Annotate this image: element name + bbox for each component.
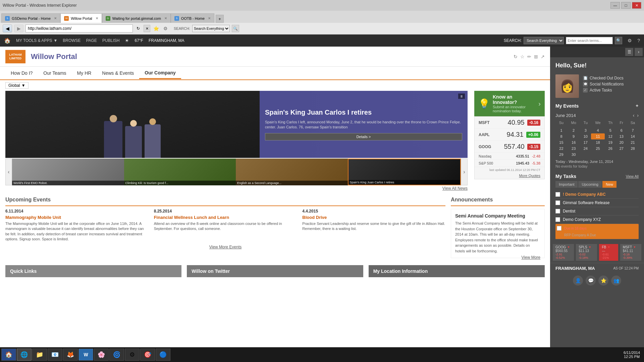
cal-cell[interactable]: 13 — [616, 133, 627, 139]
cal-cell[interactable]: 5 — [605, 127, 616, 133]
cal-cell[interactable]: 12 — [605, 133, 616, 139]
cal-today-cell[interactable]: 11 — [591, 133, 605, 139]
home-icon[interactable]: 🏠 — [4, 38, 11, 44]
sp-gear-icon[interactable]: ⚙ — [628, 38, 632, 43]
cal-cell[interactable]: 3 — [580, 127, 591, 133]
tab-close-gimmal[interactable]: ✕ — [164, 16, 167, 20]
browse-btn[interactable]: BROWSE — [63, 38, 80, 43]
tab-close-ootb[interactable]: ✕ — [208, 16, 211, 20]
quick-links-box[interactable]: Quick Links — [5, 265, 181, 277]
twitter-box[interactable]: Willow on Twitter — [187, 265, 363, 277]
edit-icon[interactable]: ✏ — [527, 54, 531, 59]
taskbar-app3-button[interactable]: ⚙ — [125, 349, 140, 361]
nav-our-teams[interactable]: Our Teams — [38, 68, 71, 78]
task-checkbox-4[interactable] — [557, 226, 561, 231]
task-checkbox-3[interactable] — [555, 217, 560, 222]
sp-help-button[interactable]: ? — [637, 38, 640, 43]
cal-cell[interactable] — [627, 152, 639, 158]
cal-cell[interactable]: 19 — [605, 139, 616, 145]
thumb-4[interactable]: Spain's King Juan Carlos I retires — [348, 159, 461, 185]
thumb-2[interactable]: Climbing Kili: Is tourism good f... — [124, 159, 236, 185]
search-go-button[interactable]: 🔍 — [232, 25, 239, 32]
social-icon-4[interactable]: 👥 — [611, 276, 621, 286]
taskbar-app5-button[interactable]: 🔵 — [156, 349, 170, 361]
task-checkbox-0[interactable] — [555, 192, 560, 197]
tasks-tab-upcoming[interactable]: Upcoming — [578, 181, 602, 188]
taskbar-word-button[interactable]: W — [78, 349, 93, 361]
active-tasks-link[interactable]: ✓ Active Tasks — [583, 88, 624, 93]
cal-cell[interactable]: 14 — [627, 133, 639, 139]
cal-cell[interactable]: 6 — [616, 127, 627, 133]
task-checkbox-1[interactable] — [555, 200, 560, 205]
tab-ootb[interactable]: S OOTB - Home ✕ — [171, 13, 214, 23]
thumb-3[interactable]: English as a Second Language... — [236, 159, 348, 185]
address-bar[interactable]: http://willow.latham.com/ — [25, 24, 133, 33]
ticker-item-spls[interactable]: SPLS ▼ $11.13 -0.02 -0.18% — [576, 244, 597, 261]
sp-search-input[interactable] — [566, 37, 613, 44]
cal-cell[interactable]: 25 — [591, 145, 605, 152]
task-checkbox-2[interactable] — [555, 209, 560, 214]
sp-search-select[interactable]: Search Everything — [524, 37, 564, 44]
expand-icon[interactable]: ↗ — [541, 54, 545, 59]
cal-cell[interactable]: 30 — [567, 152, 580, 158]
cal-cell[interactable] — [580, 152, 591, 158]
global-filter-button[interactable]: Global ▼ — [5, 82, 29, 89]
taskbar-outlook-button[interactable]: 📧 — [48, 349, 62, 361]
cal-cell[interactable]: 4 — [591, 127, 605, 133]
nav-news-events[interactable]: News & Events — [97, 68, 139, 78]
thumb-next-button[interactable]: › — [461, 159, 468, 185]
taskbar-app2-button[interactable]: 🌀 — [109, 349, 124, 361]
cal-cell[interactable]: 10 — [580, 133, 591, 139]
tasks-view-all-link[interactable]: View All — [626, 174, 639, 178]
ticker-item-fb[interactable]: FB ▼ --- -0.61 -21% — [599, 244, 618, 261]
taskbar-ie-button[interactable]: 🌐 — [17, 349, 32, 361]
social-icon-3[interactable]: ⭐ — [598, 276, 608, 286]
cal-cell[interactable]: 7 — [627, 127, 639, 133]
sidebar-expand-button[interactable]: › — [635, 48, 643, 56]
search-dropdown[interactable]: Search Everything — [192, 25, 230, 32]
tab-gsdemo[interactable]: S GSDemo Portal - Home ✕ — [1, 13, 60, 23]
event-title-1[interactable]: Financial Wellness Lunch and Learn — [154, 215, 297, 220]
stop-button[interactable]: ✕ — [144, 25, 150, 32]
layout-icon[interactable]: ⊞ — [534, 54, 538, 59]
tab-willow[interactable]: W Willow Portal ✕ — [60, 13, 102, 23]
cal-cell[interactable]: 23 — [567, 145, 580, 152]
innovator-card[interactable]: 💡 Know an Innovator? Submit an innovator… — [474, 91, 545, 116]
view-all-news-link[interactable]: View All News — [5, 185, 468, 191]
announcement-view-more-link[interactable]: View More — [522, 255, 540, 260]
refresh-site-icon[interactable]: ↻ — [514, 54, 518, 59]
cal-cell[interactable]: 26 — [605, 145, 616, 152]
view-more-events-link[interactable]: View More Events — [5, 245, 445, 249]
tasks-tab-important[interactable]: Important — [555, 181, 578, 188]
nav-my-hr[interactable]: My HR — [72, 68, 97, 78]
nav-our-company[interactable]: Our Company — [139, 67, 181, 79]
taskbar-app4-button[interactable]: 🎯 — [140, 349, 155, 361]
settings-icon[interactable]: ⚙ — [162, 25, 169, 32]
ticker-item-msft[interactable]: MSFT ▼ $41.11 -0.16 -0.39% — [620, 244, 641, 261]
sidebar-list-view-button[interactable]: ☰ — [625, 48, 633, 56]
calendar-next-button[interactable]: › — [637, 113, 639, 118]
favorites-button[interactable]: ⭐ — [152, 25, 160, 32]
cal-cell[interactable]: 16 — [567, 139, 580, 145]
tasks-tab-new[interactable]: New — [602, 181, 616, 188]
more-quotes-link[interactable]: More Quotes — [475, 173, 544, 179]
hero-pause-button[interactable]: ⏸ — [458, 94, 465, 99]
hero-details-button[interactable]: Details > — [265, 133, 462, 140]
tab-close-gsdemo[interactable]: ✕ — [54, 16, 57, 20]
social-icon-1[interactable]: 👤 — [573, 276, 583, 286]
cal-cell[interactable]: 24 — [580, 145, 591, 152]
ticker-item-goog[interactable]: GOOG ▼ $560.55 -2.91 -0.52% — [553, 244, 574, 261]
event-title-2[interactable]: Blood Drive — [302, 215, 445, 220]
cal-cell[interactable]: 20 — [616, 139, 627, 145]
cal-cell[interactable]: 9 — [567, 133, 580, 139]
refresh-button[interactable]: ↻ — [135, 24, 142, 33]
publish-btn[interactable]: PUBLISH — [102, 38, 119, 43]
taskbar-firefox-button[interactable]: 🦊 — [63, 349, 78, 361]
thumb-prev-button[interactable]: ‹ — [5, 159, 12, 185]
my-tools-menu[interactable]: MY TOOLS & APPS ▼ — [16, 38, 57, 43]
sp-search-go-button[interactable]: 🔍 — [615, 37, 622, 44]
cal-cell[interactable]: 22 — [555, 145, 567, 152]
cal-cell[interactable] — [605, 152, 616, 158]
cal-cell[interactable]: 8 — [555, 133, 567, 139]
cal-cell[interactable]: 29 — [555, 152, 567, 158]
